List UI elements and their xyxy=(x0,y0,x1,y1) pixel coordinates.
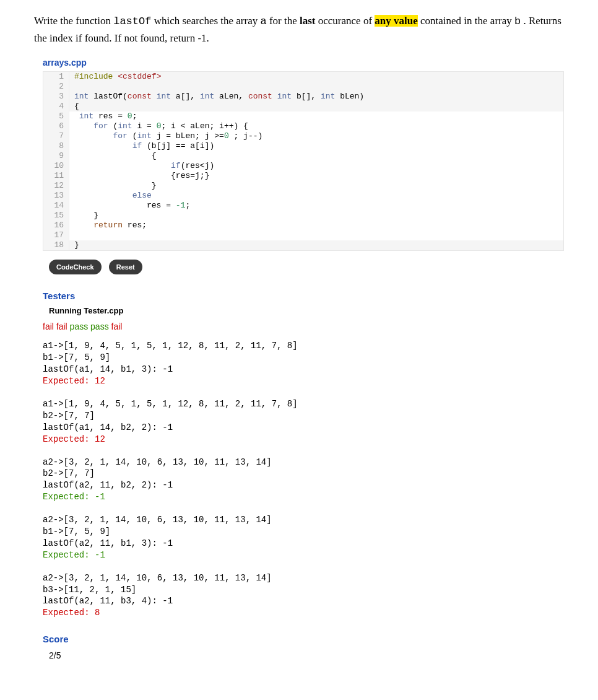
line-number: 13 xyxy=(43,191,69,201)
prompt-text: which searches the array xyxy=(154,15,261,27)
test-line: a1->[1, 9, 4, 5, 1, 5, 1, 12, 8, 11, 2, … xyxy=(43,398,564,410)
code-editor[interactable]: 1#include <cstddef> 2 3int lastOf(const … xyxy=(43,71,564,251)
code-line: } xyxy=(69,240,563,250)
line-number: 18 xyxy=(43,240,69,250)
line-number: 10 xyxy=(43,161,69,171)
code-line: if (b[j] == a[i]) xyxy=(69,141,563,151)
codecheck-button[interactable]: CodeCheck xyxy=(49,260,102,274)
test-output: a1->[1, 9, 4, 5, 1, 5, 1, 12, 8, 11, 2, … xyxy=(43,340,564,619)
code-line: } xyxy=(69,211,563,221)
expected-line: Expected: 12 xyxy=(43,434,564,445)
test-line: b2->[7, 7] xyxy=(43,468,564,479)
code-line: #include <cstddef> xyxy=(69,72,563,82)
prompt-text: occurance of xyxy=(318,15,375,27)
line-number: 8 xyxy=(43,141,69,151)
expected-line: Expected: -1 xyxy=(43,491,564,503)
expected-line: Expected: 12 xyxy=(43,375,564,387)
code-line: res = -1; xyxy=(69,201,563,211)
result-pass: pass xyxy=(90,322,111,331)
line-number: 15 xyxy=(43,211,69,221)
code-line: else xyxy=(69,191,563,201)
code-line: { xyxy=(69,151,563,161)
line-number: 7 xyxy=(43,131,69,141)
code-line: {res=j;} xyxy=(69,171,563,181)
filename-label: arrays.cpp xyxy=(43,58,564,68)
code-line: if(res<j) xyxy=(69,161,563,171)
test-case: a1->[1, 9, 4, 5, 1, 5, 1, 12, 8, 11, 2, … xyxy=(43,398,564,445)
line-number: 16 xyxy=(43,221,69,230)
line-number: 9 xyxy=(43,151,69,161)
line-number: 11 xyxy=(43,171,69,181)
test-case: a1->[1, 9, 4, 5, 1, 5, 1, 12, 8, 11, 2, … xyxy=(43,340,564,387)
code-line: int res = 0; xyxy=(69,112,563,121)
test-case: a2->[3, 2, 1, 14, 10, 6, 13, 10, 11, 13,… xyxy=(43,457,564,504)
line-number: 17 xyxy=(43,230,69,240)
code-line: { xyxy=(69,102,563,112)
test-line: a2->[3, 2, 1, 14, 10, 6, 13, 10, 11, 13,… xyxy=(43,457,564,468)
test-line: a1->[1, 9, 4, 5, 1, 5, 1, 12, 8, 11, 2, … xyxy=(43,340,564,352)
line-number: 5 xyxy=(43,112,69,121)
word-last: last xyxy=(300,15,316,27)
code-line: int lastOf(const int a[], int aLen, cons… xyxy=(69,92,563,102)
test-line: b1->[7, 5, 9] xyxy=(43,526,564,538)
test-line: a2->[3, 2, 1, 14, 10, 6, 13, 10, 11, 13,… xyxy=(43,572,564,584)
prompt-text: contained in the array xyxy=(420,15,514,27)
code-line xyxy=(69,230,563,240)
code-line: for (int i = 0; i < aLen; i++) { xyxy=(69,121,563,131)
test-line: a2->[3, 2, 1, 14, 10, 6, 13, 10, 11, 13,… xyxy=(43,514,564,526)
results-summary: fail fail pass pass fail xyxy=(43,322,564,331)
line-number: 6 xyxy=(43,121,69,131)
code-line: return res; xyxy=(69,221,563,230)
highlight-any-value: any value xyxy=(375,15,417,27)
expected-line: Expected: 8 xyxy=(43,607,564,619)
code-line: for (int j = bLen; j >=0 ; j--) xyxy=(69,131,563,141)
test-case: a2->[3, 2, 1, 14, 10, 6, 13, 10, 11, 13,… xyxy=(43,572,564,619)
reset-button[interactable]: Reset xyxy=(109,260,142,274)
result-fail: fail xyxy=(111,322,123,331)
test-case: a2->[3, 2, 1, 14, 10, 6, 13, 10, 11, 13,… xyxy=(43,514,564,561)
problem-prompt: Write the function lastOf which searches… xyxy=(34,12,564,46)
test-line: b1->[7, 5, 9] xyxy=(43,352,564,364)
test-line: b2->[7, 7] xyxy=(43,410,564,422)
result-pass: pass xyxy=(70,322,90,331)
array-b: b xyxy=(514,15,521,27)
result-fail: fail xyxy=(43,322,56,331)
code-line xyxy=(69,82,563,92)
line-number: 3 xyxy=(43,92,69,102)
result-fail: fail xyxy=(56,322,70,331)
score-value: 2/5 xyxy=(49,650,564,660)
code-line: } xyxy=(69,181,563,191)
test-line: lastOf(a2, 11, b2, 2): -1 xyxy=(43,479,564,491)
line-number: 1 xyxy=(43,72,69,82)
prompt-text: Write the function xyxy=(34,15,113,27)
test-line: lastOf(a2, 11, b3, 4): -1 xyxy=(43,595,564,607)
fn-name: lastOf xyxy=(113,15,151,27)
test-line: lastOf(a1, 14, b1, 3): -1 xyxy=(43,364,564,375)
expected-line: Expected: -1 xyxy=(43,549,564,561)
running-label: Running Tester.cpp xyxy=(49,306,564,315)
line-number: 14 xyxy=(43,201,69,211)
test-line: lastOf(a1, 14, b2, 2): -1 xyxy=(43,422,564,434)
line-number: 2 xyxy=(43,82,69,92)
score-title: Score xyxy=(43,634,564,644)
line-number: 4 xyxy=(43,102,69,112)
array-a: a xyxy=(260,15,266,27)
prompt-text: for the xyxy=(269,15,300,27)
line-number: 12 xyxy=(43,181,69,191)
test-line: lastOf(a2, 11, b1, 3): -1 xyxy=(43,538,564,549)
test-line: b3->[11, 2, 1, 15] xyxy=(43,584,564,596)
testers-title: Testers xyxy=(43,291,564,301)
